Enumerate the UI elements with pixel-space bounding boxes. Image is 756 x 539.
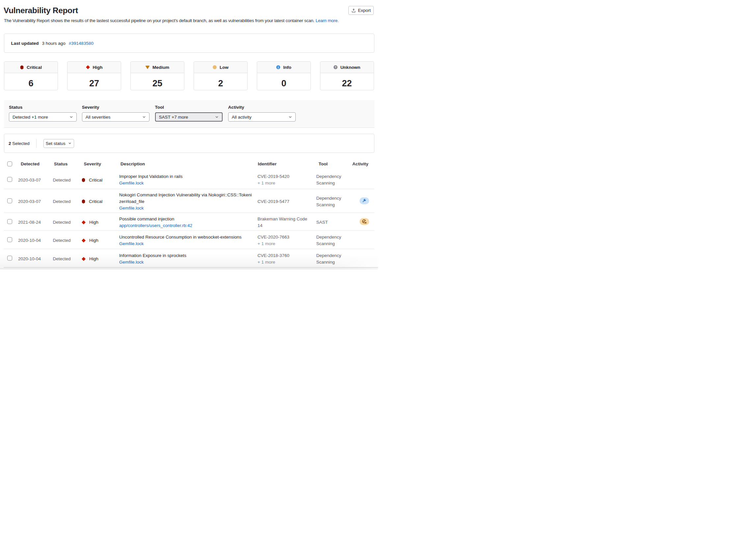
svg-text:?: ? xyxy=(334,66,336,69)
